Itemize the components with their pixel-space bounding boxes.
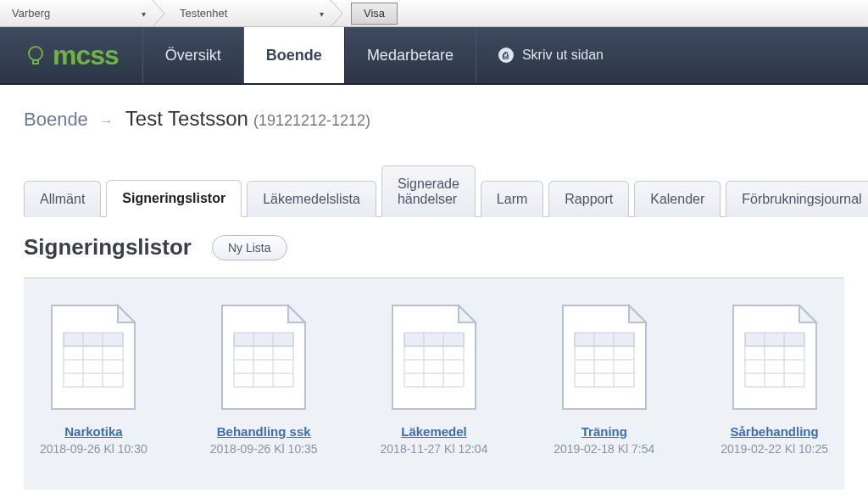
tab-kalender[interactable]: Kalender (634, 181, 721, 217)
card-title[interactable]: Sårbehandling (730, 424, 818, 439)
content: Boende → Test Testsson (19121212-1212) A… (0, 85, 868, 490)
breadcrumb-name: Test Testsson (125, 107, 248, 130)
logo-text: mcss (53, 40, 119, 71)
tab-rapport[interactable]: Rapport (548, 181, 629, 217)
chevron-right-icon (331, 0, 346, 26)
topbar: Varberg ▾ Testenhet ▾ Visa (0, 0, 868, 27)
nav-item-medarbetare[interactable]: Medarbetare (344, 27, 476, 83)
list-card[interactable]: Behandling ssk 2018-09-26 Kl 10:35 (204, 302, 324, 456)
list-card[interactable]: Sårbehandling 2019-02-22 Kl 10:25 (715, 302, 834, 456)
list-card[interactable]: Läkemedel 2018-11-27 Kl 12:04 (375, 302, 494, 456)
tab-forbrukningsjournal[interactable]: Förbrukningsjournal (726, 181, 868, 217)
card-title[interactable]: Behandling ssk (217, 424, 311, 439)
lightbulb-icon (24, 43, 47, 67)
card-date: 2018-09-26 Kl 10:30 (40, 442, 147, 456)
cards-container: Narkotika 2018-09-26 Kl 10:30 Behandling… (24, 278, 844, 490)
breadcrumb-root[interactable]: Boende (24, 109, 88, 131)
svg-rect-2 (64, 333, 123, 346)
nav-print[interactable]: ⎙ Skriv ut sidan (476, 27, 626, 83)
card-date: 2018-09-26 Kl 10:35 (210, 442, 318, 456)
document-icon (47, 302, 140, 412)
show-button[interactable]: Visa (351, 3, 398, 25)
list-card[interactable]: Träning 2019-02-18 Kl 7:54 (544, 302, 664, 456)
tabs: Allmänt Signeringslistor Läkemedelslista… (24, 165, 844, 217)
document-icon (558, 302, 651, 412)
svg-rect-29 (575, 333, 634, 346)
topbar-crumb-1[interactable]: Testenhet ▾ (168, 0, 346, 26)
topbar-crumb-0[interactable]: Varberg ▾ (0, 0, 168, 26)
arrow-right-icon: → (100, 114, 114, 129)
tab-lakemedelslista[interactable]: Läkemedelslista (247, 181, 376, 217)
svg-rect-38 (745, 333, 804, 346)
document-icon (728, 302, 821, 412)
document-icon (387, 302, 481, 412)
card-title[interactable]: Träning (581, 424, 627, 439)
new-list-button[interactable]: Ny Lista (212, 235, 287, 260)
chevron-right-icon (153, 0, 168, 26)
logo: mcss (0, 27, 142, 83)
tab-allmant[interactable]: Allmänt (24, 181, 101, 217)
chevron-down-icon: ▾ (142, 8, 146, 18)
card-title[interactable]: Narkotika (64, 424, 122, 439)
card-date: 2019-02-22 Kl 10:25 (721, 442, 828, 456)
chevron-down-icon: ▾ (320, 8, 324, 18)
tab-larm[interactable]: Larm (481, 181, 543, 217)
nav-print-label: Skriv ut sidan (522, 48, 604, 63)
card-date: 2018-11-27 Kl 12:04 (381, 442, 488, 456)
nav-item-oversikt[interactable]: Översikt (142, 27, 244, 83)
card-date: 2019-02-18 Kl 7:54 (554, 442, 654, 456)
topbar-crumb-0-label: Varberg (12, 7, 84, 20)
breadcrumb: Boende → Test Testsson (19121212-1212) (24, 107, 844, 131)
section-header: Signeringslistor Ny Lista (24, 217, 844, 278)
card-title[interactable]: Läkemedel (401, 424, 467, 439)
list-card[interactable]: Narkotika 2018-09-26 Kl 10:30 (34, 302, 153, 456)
svg-rect-1 (33, 60, 38, 64)
svg-rect-20 (404, 333, 464, 346)
topbar-crumb-1-label: Testenhet (180, 7, 261, 20)
print-icon: ⎙ (498, 48, 514, 63)
nav-item-boende[interactable]: Boende (244, 27, 344, 83)
breadcrumb-id: (19121212-1212) (253, 112, 370, 129)
svg-rect-11 (234, 333, 293, 346)
section-title: Signeringslistor (24, 234, 192, 260)
svg-point-0 (29, 47, 42, 60)
navbar: mcss Översikt Boende Medarbetare ⎙ Skriv… (0, 27, 868, 85)
document-icon (217, 302, 310, 412)
tab-signerade-handelser[interactable]: Signerade händelser (381, 165, 476, 217)
tab-signeringslistor[interactable]: Signeringslistor (106, 180, 242, 217)
